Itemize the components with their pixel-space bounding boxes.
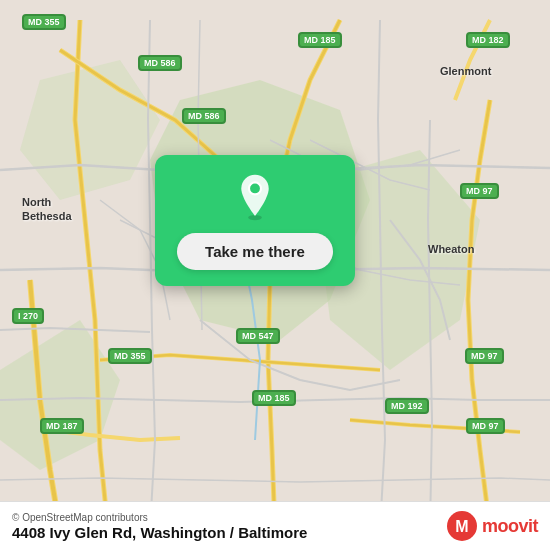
- road-badge-md586-mid: MD 586: [182, 108, 226, 124]
- place-label-north-bethesda: NorthBethesda: [22, 195, 72, 224]
- action-card: Take me there: [155, 155, 355, 286]
- road-badge-i270: I 270: [12, 308, 44, 324]
- bottom-bar: © OpenStreetMap contributors 4408 Ivy Gl…: [0, 501, 550, 550]
- svg-marker-3: [20, 60, 160, 200]
- road-badge-md185-bot: MD 185: [252, 390, 296, 406]
- road-badge-md355-top: MD 355: [22, 14, 66, 30]
- moovit-logo: M moovit: [446, 510, 538, 542]
- osm-attribution: © OpenStreetMap contributors: [12, 512, 307, 523]
- moovit-text: moovit: [482, 516, 538, 537]
- road-badge-md586-top: MD 586: [138, 55, 182, 71]
- road-badge-md185-top: MD 185: [298, 32, 342, 48]
- road-badge-md97-top: MD 97: [460, 183, 499, 199]
- location-pin-icon: [231, 173, 279, 221]
- place-label-wheaton: Wheaton: [428, 243, 474, 255]
- map-container: MD 586 MD 586 MD 185 MD 182 MD 355 MD 35…: [0, 0, 550, 550]
- road-badge-md355-mid: MD 355: [108, 348, 152, 364]
- road-badge-md182: MD 182: [466, 32, 510, 48]
- svg-text:M: M: [455, 518, 468, 535]
- take-me-there-button[interactable]: Take me there: [177, 233, 333, 270]
- road-badge-md547: MD 547: [236, 328, 280, 344]
- svg-point-5: [249, 182, 261, 194]
- road-badge-md192: MD 192: [385, 398, 429, 414]
- moovit-brand-icon: M: [446, 510, 478, 542]
- address-label: 4408 Ivy Glen Rd, Washington / Baltimore: [12, 524, 307, 541]
- road-badge-md97-bot: MD 97: [466, 418, 505, 434]
- place-label-glenmont: Glenmont: [440, 65, 491, 77]
- road-badge-md97-mid: MD 97: [465, 348, 504, 364]
- bottom-left: © OpenStreetMap contributors 4408 Ivy Gl…: [12, 512, 307, 541]
- road-badge-md187: MD 187: [40, 418, 84, 434]
